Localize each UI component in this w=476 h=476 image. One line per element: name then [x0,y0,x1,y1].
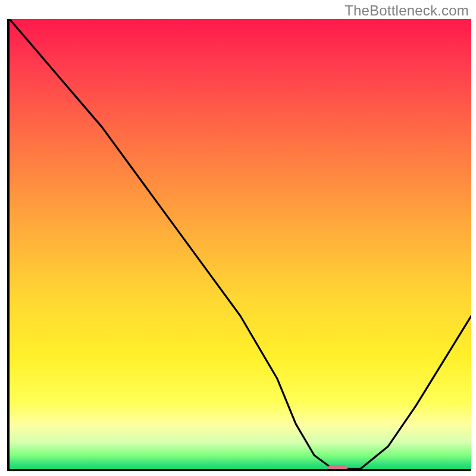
chart-container: TheBottleneck.com [0,0,476,476]
optimum-marker [327,465,347,471]
plot-frame [7,19,471,471]
watermark-text: TheBottleneck.com [345,2,469,19]
line-curve [10,19,471,469]
